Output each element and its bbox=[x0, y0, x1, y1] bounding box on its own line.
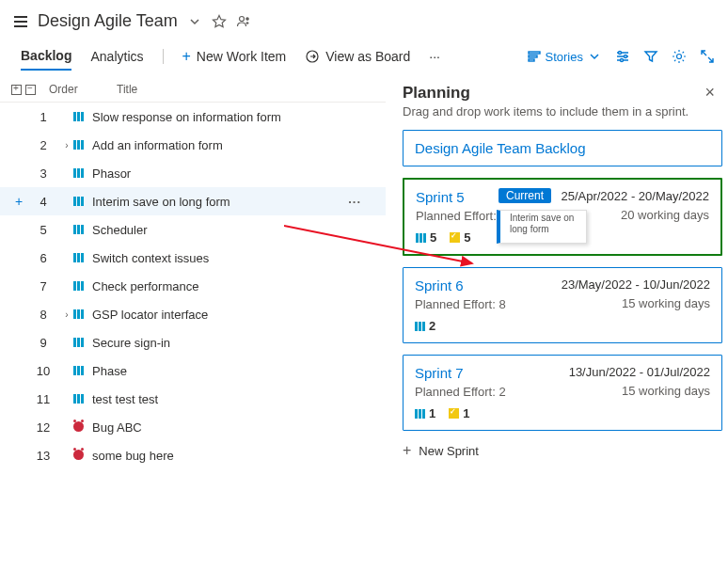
user-story-icon bbox=[415, 322, 425, 331]
fullscreen-icon[interactable] bbox=[700, 49, 715, 64]
backlog-row[interactable]: +5Scheduler··· bbox=[0, 215, 386, 244]
user-story-icon bbox=[73, 168, 84, 178]
row-order: 7 bbox=[26, 279, 60, 293]
backlog-level-picker[interactable]: Stories bbox=[527, 49, 602, 64]
work-item-title[interactable]: Switch context issues bbox=[92, 251, 209, 265]
board-arrow-icon bbox=[305, 49, 320, 64]
separator bbox=[163, 49, 164, 64]
close-icon[interactable]: × bbox=[704, 83, 715, 103]
filter-icon[interactable] bbox=[643, 49, 658, 64]
planning-panel: Planning × Drag and drop work items to i… bbox=[386, 71, 728, 559]
user-story-icon bbox=[73, 281, 84, 291]
work-item-title[interactable]: Add an information form bbox=[92, 138, 223, 152]
work-item-title[interactable]: Slow response on information form bbox=[92, 110, 281, 124]
expand-chevron-icon[interactable]: › bbox=[60, 140, 73, 150]
row-order: 8 bbox=[26, 308, 60, 322]
tab-backlog[interactable]: Backlog bbox=[21, 42, 71, 71]
sprint-card[interactable]: Sprint 5CurrentInterim save on long form… bbox=[403, 178, 722, 256]
view-as-board-button[interactable]: View as Board bbox=[305, 49, 410, 64]
svg-rect-2 bbox=[14, 25, 27, 27]
row-order: 4 bbox=[26, 195, 60, 209]
sprint-days: 15 working days bbox=[622, 384, 710, 398]
work-item-title[interactable]: Secure sign-in bbox=[92, 336, 170, 350]
backlog-row[interactable]: +9Secure sign-in··· bbox=[0, 328, 386, 356]
row-more-icon[interactable]: ··· bbox=[348, 195, 361, 209]
tab-analytics[interactable]: Analytics bbox=[90, 43, 143, 70]
backlog-row[interactable]: +7Check performance··· bbox=[0, 272, 386, 300]
drag-ghost-card: Interim save on long form bbox=[497, 210, 587, 244]
view-options-icon[interactable] bbox=[615, 49, 630, 64]
chevron-down-icon bbox=[587, 49, 602, 64]
sprint-card[interactable]: Sprint 623/May/2022 - 10/Jun/2022Planned… bbox=[403, 267, 722, 343]
collapse-all-icon[interactable] bbox=[25, 85, 36, 95]
favorite-star-icon[interactable] bbox=[212, 14, 227, 29]
page-header: Design Agile Team bbox=[0, 0, 728, 39]
main-split: Order Title +1Slow response on informati… bbox=[0, 71, 728, 559]
work-item-title[interactable]: Interim save on long form bbox=[92, 195, 230, 209]
view-tabs: Backlog Analytics + New Work Item View a… bbox=[0, 39, 728, 71]
row-order: 11 bbox=[26, 392, 60, 406]
work-item-title[interactable]: Phase bbox=[92, 364, 127, 378]
svg-point-3 bbox=[239, 16, 244, 21]
work-item-title[interactable]: Check performance bbox=[92, 279, 198, 293]
user-story-icon bbox=[73, 338, 84, 347]
work-item-title[interactable]: Scheduler bbox=[92, 223, 148, 237]
work-item-title[interactable]: Phasor bbox=[92, 166, 131, 181]
new-work-item-button[interactable]: + New Work Item bbox=[182, 48, 287, 65]
row-order: 13 bbox=[26, 449, 60, 463]
work-item-title[interactable]: Bug ABC bbox=[92, 420, 142, 435]
col-order[interactable]: Order bbox=[49, 83, 90, 96]
svg-point-11 bbox=[621, 59, 624, 62]
backlog-card-title: Design Agile Team Backlog bbox=[415, 140, 710, 156]
sprint-dates: 13/Jun/2022 - 01/Jul/2022 bbox=[569, 365, 710, 379]
backlog-card[interactable]: Design Agile Team Backlog bbox=[403, 130, 722, 166]
planning-heading: Planning bbox=[403, 84, 470, 103]
user-story-icon bbox=[73, 309, 84, 319]
level-icon bbox=[527, 49, 542, 64]
work-item-title[interactable]: some bug here bbox=[92, 449, 174, 463]
bug-icon bbox=[73, 450, 84, 460]
row-order: 12 bbox=[26, 420, 60, 435]
sprint-counts: 2 bbox=[415, 319, 710, 333]
sprint-dates: 23/May/2022 - 10/Jun/2022 bbox=[562, 277, 710, 292]
row-order: 6 bbox=[26, 251, 60, 265]
chevron-down-icon[interactable] bbox=[187, 14, 202, 29]
new-sprint-button[interactable]: + New Sprint bbox=[403, 442, 722, 459]
team-title[interactable]: Design Agile Team bbox=[38, 11, 178, 31]
sprint-card[interactable]: Sprint 713/Jun/2022 - 01/Jul/2022Planned… bbox=[403, 355, 722, 431]
row-order: 10 bbox=[26, 364, 60, 378]
backlog-row[interactable]: +10Phase··· bbox=[0, 356, 386, 385]
backlog-row[interactable]: +8›GSP locator interface··· bbox=[0, 300, 386, 328]
team-members-icon[interactable] bbox=[236, 14, 251, 29]
backlog-row[interactable]: +3Phasor··· bbox=[0, 159, 386, 187]
backlog-hub-icon bbox=[13, 14, 28, 29]
user-story-icon bbox=[73, 140, 84, 150]
task-icon bbox=[450, 232, 460, 243]
svg-rect-0 bbox=[14, 16, 27, 18]
backlog-row[interactable]: +6Switch context issues··· bbox=[0, 244, 386, 272]
more-actions-button[interactable]: ··· bbox=[429, 49, 440, 64]
svg-point-10 bbox=[625, 55, 627, 58]
planning-subtitle: Drag and drop work items to include them… bbox=[403, 104, 722, 119]
backlog-row[interactable]: +4Interim save on long form··· bbox=[0, 187, 386, 215]
user-story-icon bbox=[73, 112, 84, 121]
svg-point-12 bbox=[677, 55, 682, 59]
expand-chevron-icon[interactable]: › bbox=[60, 309, 73, 320]
backlog-row[interactable]: +11test test test··· bbox=[0, 385, 386, 413]
work-item-title[interactable]: test test test bbox=[92, 392, 158, 406]
user-story-icon bbox=[73, 225, 84, 234]
sprint-days: 20 working days bbox=[621, 208, 709, 222]
work-item-title[interactable]: GSP locator interface bbox=[92, 308, 208, 322]
current-badge: Current bbox=[499, 188, 551, 203]
col-title[interactable]: Title bbox=[117, 83, 137, 96]
plus-icon: + bbox=[182, 48, 191, 65]
backlog-row[interactable]: +2›Add an information form··· bbox=[0, 131, 386, 159]
expand-all-icon[interactable] bbox=[11, 85, 22, 95]
add-child-icon[interactable]: + bbox=[11, 194, 26, 209]
backlog-row[interactable]: +1Slow response on information form··· bbox=[0, 103, 386, 131]
backlog-row[interactable]: +13some bug here··· bbox=[0, 441, 386, 469]
settings-gear-icon[interactable] bbox=[672, 49, 687, 64]
row-order: 2 bbox=[26, 138, 60, 152]
backlog-row[interactable]: +12Bug ABC··· bbox=[0, 413, 386, 441]
row-order: 3 bbox=[26, 166, 60, 181]
